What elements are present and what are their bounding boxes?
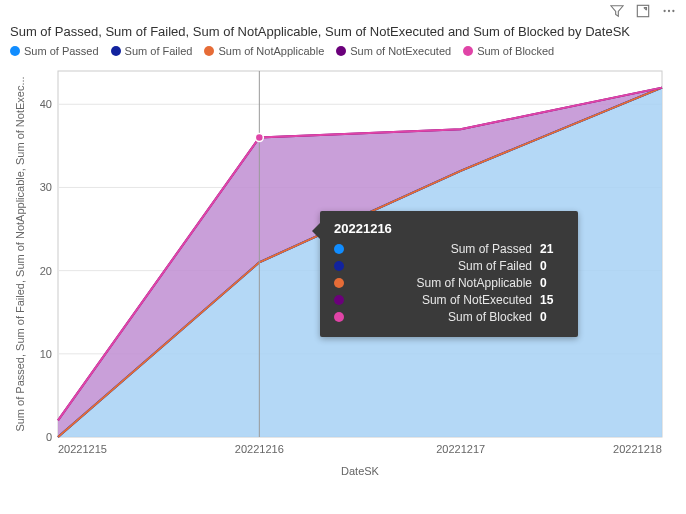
svg-point-1: [663, 10, 665, 12]
tooltip-series-name: Sum of Passed: [352, 242, 532, 256]
chart-tooltip: 20221216 Sum of Passed 21 Sum of Failed …: [320, 211, 578, 337]
svg-text:40: 40: [40, 98, 52, 110]
chart-plot[interactable]: 0102030402022121520221216202212172022121…: [10, 61, 674, 481]
svg-text:20221218: 20221218: [613, 443, 662, 455]
svg-text:Sum of Passed, Sum of Failed, : Sum of Passed, Sum of Failed, Sum of Not…: [14, 76, 26, 431]
legend-swatch-icon: [463, 46, 473, 56]
tooltip-row: Sum of Passed 21: [334, 242, 564, 256]
tooltip-row: Sum of Failed 0: [334, 259, 564, 273]
more-options-icon[interactable]: [662, 4, 676, 18]
tooltip-dot-icon: [334, 278, 344, 288]
svg-point-3: [672, 10, 674, 12]
legend-label: Sum of NotApplicable: [218, 45, 324, 57]
tooltip-row: Sum of NotApplicable 0: [334, 276, 564, 290]
legend-item[interactable]: Sum of Passed: [10, 45, 99, 57]
legend-label: Sum of NotExecuted: [350, 45, 451, 57]
legend-swatch-icon: [111, 46, 121, 56]
tooltip-series-name: Sum of NotExecuted: [352, 293, 532, 307]
chart-legend: Sum of Passed Sum of Failed Sum of NotAp…: [10, 45, 676, 57]
svg-text:0: 0: [46, 431, 52, 443]
svg-text:20221215: 20221215: [58, 443, 107, 455]
legend-label: Sum of Blocked: [477, 45, 554, 57]
legend-swatch-icon: [204, 46, 214, 56]
tooltip-dot-icon: [334, 261, 344, 271]
legend-item[interactable]: Sum of NotApplicable: [204, 45, 324, 57]
svg-text:DateSK: DateSK: [341, 465, 380, 477]
filter-icon[interactable]: [610, 4, 624, 18]
tooltip-dot-icon: [334, 295, 344, 305]
chart-card: Sum of Passed, Sum of Failed, Sum of Not…: [0, 0, 686, 514]
tooltip-series-value: 21: [540, 242, 564, 256]
tooltip-series-value: 0: [540, 310, 564, 324]
tooltip-series-value: 0: [540, 276, 564, 290]
svg-text:20221216: 20221216: [235, 443, 284, 455]
tooltip-row: Sum of NotExecuted 15: [334, 293, 564, 307]
tooltip-series-value: 0: [540, 259, 564, 273]
tooltip-title: 20221216: [334, 221, 564, 236]
svg-text:20: 20: [40, 265, 52, 277]
tooltip-dot-icon: [334, 244, 344, 254]
svg-point-2: [668, 10, 670, 12]
legend-label: Sum of Failed: [125, 45, 193, 57]
legend-swatch-icon: [336, 46, 346, 56]
tooltip-dot-icon: [334, 312, 344, 322]
legend-item[interactable]: Sum of NotExecuted: [336, 45, 451, 57]
tooltip-series-name: Sum of Blocked: [352, 310, 532, 324]
legend-label: Sum of Passed: [24, 45, 99, 57]
legend-item[interactable]: Sum of Blocked: [463, 45, 554, 57]
svg-text:30: 30: [40, 181, 52, 193]
focus-mode-icon[interactable]: [636, 4, 650, 18]
svg-text:10: 10: [40, 348, 52, 360]
legend-swatch-icon: [10, 46, 20, 56]
tooltip-series-value: 15: [540, 293, 564, 307]
tooltip-row: Sum of Blocked 0: [334, 310, 564, 324]
tooltip-series-name: Sum of Failed: [352, 259, 532, 273]
tooltip-series-name: Sum of NotApplicable: [352, 276, 532, 290]
chart-toolbar: [610, 4, 676, 18]
svg-text:20221217: 20221217: [436, 443, 485, 455]
chart-title: Sum of Passed, Sum of Failed, Sum of Not…: [10, 24, 676, 39]
legend-item[interactable]: Sum of Failed: [111, 45, 193, 57]
svg-point-22: [255, 134, 263, 142]
